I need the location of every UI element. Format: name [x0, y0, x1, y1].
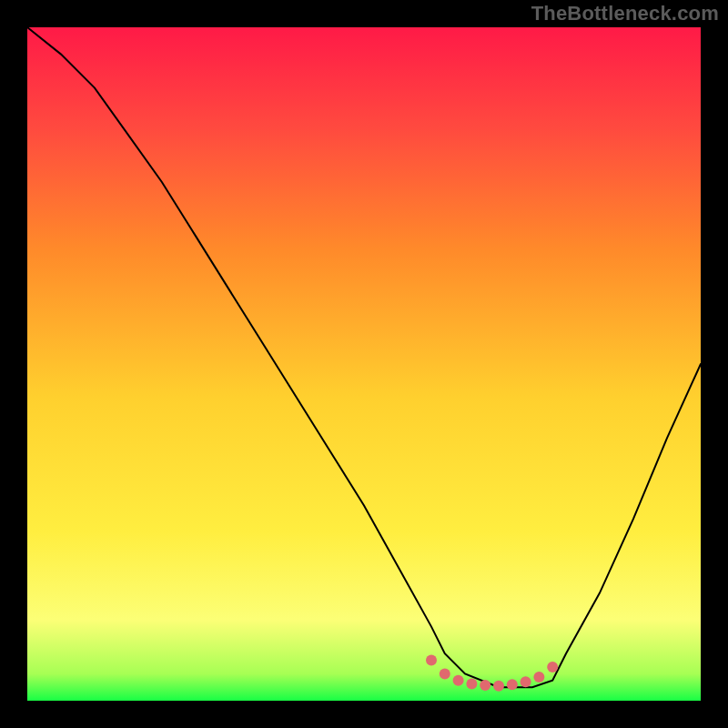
data-point [466, 679, 477, 690]
data-point [426, 655, 437, 666]
bottleneck-chart [27, 27, 701, 701]
gradient-background [27, 27, 701, 701]
data-point [533, 672, 544, 682]
chart-frame: TheBottleneck.com [0, 0, 728, 728]
data-point [507, 679, 518, 690]
data-point [440, 668, 450, 679]
watermark-text: TheBottleneck.com [531, 2, 719, 25]
data-point [453, 675, 464, 686]
data-point [480, 680, 490, 691]
data-point [521, 676, 531, 687]
data-point [547, 662, 558, 672]
data-point [493, 681, 504, 692]
